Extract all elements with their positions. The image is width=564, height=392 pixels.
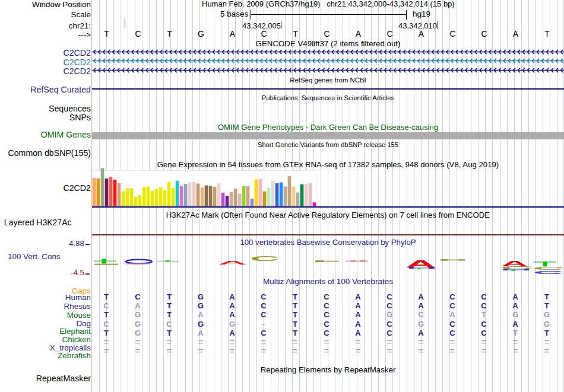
svg-text:C: C: [250, 255, 280, 262]
svg-text:C: C: [533, 270, 564, 275]
svg-text:A: A: [218, 260, 247, 266]
